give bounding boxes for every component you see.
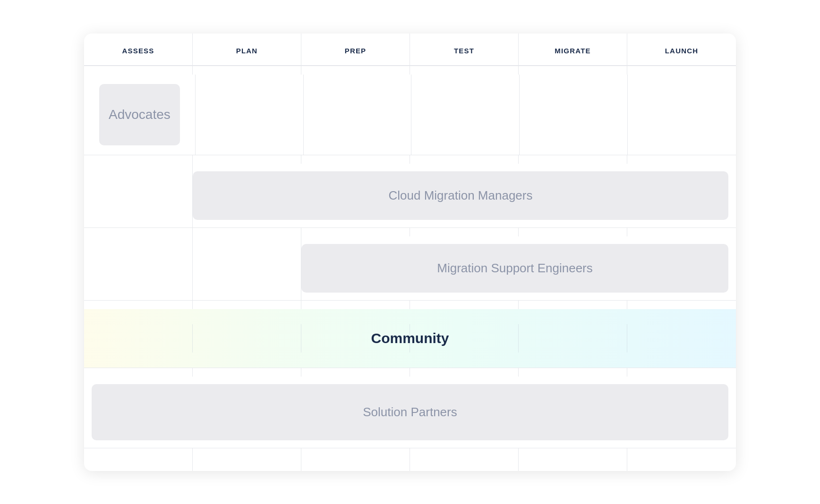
- bottom-row: [84, 448, 736, 471]
- community-inner: Community: [84, 309, 736, 368]
- sep-cell: [410, 155, 519, 164]
- sep-cell: [84, 301, 193, 309]
- sep-cell: [410, 228, 519, 236]
- sep-cell: [84, 228, 193, 236]
- solution-label: Solution Partners: [363, 405, 457, 420]
- bottom-cell: [519, 448, 627, 471]
- mid-sep-4: [84, 368, 736, 377]
- community-row: Community: [84, 309, 736, 368]
- sep-cell: [519, 66, 627, 75]
- advocates-row: Advocates: [84, 75, 736, 155]
- sep-cell: [301, 368, 410, 377]
- header-assess: ASSESS: [84, 34, 193, 66]
- cloud-label: Cloud Migration Managers: [389, 188, 533, 203]
- sep-cell: [301, 301, 410, 309]
- sep-cell: [193, 155, 301, 164]
- advocates-cell: Advocates: [84, 75, 196, 155]
- main-card: ASSESS PLAN PREP TEST MIGRATE LAUNCH Adv…: [84, 34, 736, 471]
- sep-cell: [301, 228, 410, 236]
- header-plan: PLAN: [193, 34, 301, 66]
- header-test: TEST: [410, 34, 519, 66]
- migration-label: Migration Support Engineers: [437, 261, 593, 276]
- bottom-cell: [627, 448, 736, 471]
- bottom-cell: [301, 448, 410, 471]
- sep-cell: [410, 66, 519, 75]
- sep-cell: [519, 155, 627, 164]
- migration-block: Migration Support Engineers: [301, 244, 728, 293]
- sep-cell: [84, 368, 193, 377]
- header-migrate: MIGRATE: [519, 34, 627, 66]
- advocates-label: Advocates: [109, 107, 171, 122]
- solution-row: Solution Partners: [84, 377, 736, 448]
- sep-cell: [84, 155, 193, 164]
- sep-cell: [193, 228, 301, 236]
- empty-col: [84, 236, 193, 300]
- empty-col: [193, 236, 301, 300]
- mid-sep-1: [84, 155, 736, 164]
- advocates-block: Advocates: [99, 84, 180, 145]
- advocates-empty-cols: [196, 75, 736, 155]
- empty-col: [196, 75, 304, 155]
- header-launch: LAUNCH: [627, 34, 736, 66]
- empty-col: [628, 75, 736, 155]
- mid-sep-3: [84, 301, 736, 309]
- sep-cell: [627, 301, 736, 309]
- migration-row: Migration Support Engineers: [84, 236, 736, 301]
- sep-cell: [627, 228, 736, 236]
- cloud-row: Cloud Migration Managers: [84, 164, 736, 228]
- bottom-cell: [84, 448, 193, 471]
- sep-cell: [193, 368, 301, 377]
- community-text-cell: Community: [84, 309, 736, 368]
- grid: ASSESS PLAN PREP TEST MIGRATE LAUNCH Adv…: [84, 34, 736, 471]
- cloud-empty-col1: [84, 164, 193, 227]
- empty-col: [520, 75, 628, 155]
- empty-col: [304, 75, 412, 155]
- sep-cell: [410, 301, 519, 309]
- migration-empty-cols: [84, 236, 301, 300]
- header-row: ASSESS PLAN PREP TEST MIGRATE LAUNCH: [84, 34, 736, 66]
- sep-cell: [519, 228, 627, 236]
- solution-block: Solution Partners: [92, 384, 728, 440]
- cloud-block: Cloud Migration Managers: [193, 171, 728, 220]
- sep-cell: [519, 301, 627, 309]
- sep-cell: [84, 66, 193, 75]
- sep-cell: [193, 66, 301, 75]
- sep-cell: [627, 155, 736, 164]
- sep-cell: [410, 368, 519, 377]
- sep-cell: [627, 368, 736, 377]
- sep-cell: [301, 155, 410, 164]
- header-prep: PREP: [301, 34, 410, 66]
- bottom-cell: [193, 448, 301, 471]
- sep-cell: [519, 368, 627, 377]
- empty-col: [411, 75, 520, 155]
- mid-sep-2: [84, 228, 736, 236]
- sep-cell: [627, 66, 736, 75]
- sep-cell: [301, 66, 410, 75]
- community-label: Community: [371, 330, 449, 346]
- bottom-cell: [410, 448, 519, 471]
- sep-cell: [193, 301, 301, 309]
- top-sep: [84, 66, 736, 75]
